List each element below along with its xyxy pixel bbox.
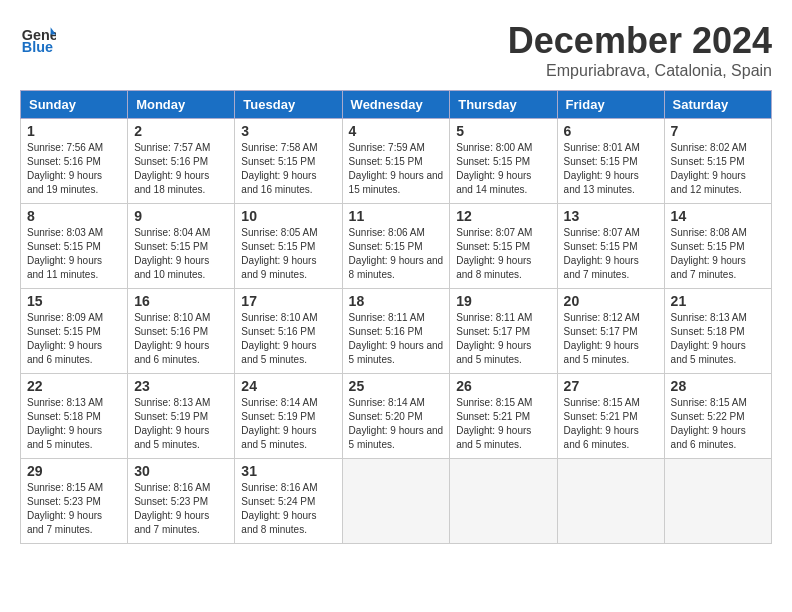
table-row: 14Sunrise: 8:08 AMSunset: 5:15 PMDayligh… xyxy=(664,204,771,289)
table-row: 17Sunrise: 8:10 AMSunset: 5:16 PMDayligh… xyxy=(235,289,342,374)
table-row: 18Sunrise: 8:11 AMSunset: 5:16 PMDayligh… xyxy=(342,289,450,374)
table-row: 26Sunrise: 8:15 AMSunset: 5:21 PMDayligh… xyxy=(450,374,557,459)
table-row xyxy=(557,459,664,544)
header-friday: Friday xyxy=(557,91,664,119)
title-section: December 2024 Empuriabrava, Catalonia, S… xyxy=(508,20,772,80)
table-row: 30Sunrise: 8:16 AMSunset: 5:23 PMDayligh… xyxy=(128,459,235,544)
table-row: 25Sunrise: 8:14 AMSunset: 5:20 PMDayligh… xyxy=(342,374,450,459)
table-row: 4Sunrise: 7:59 AMSunset: 5:15 PMDaylight… xyxy=(342,119,450,204)
weekday-header-row: Sunday Monday Tuesday Wednesday Thursday… xyxy=(21,91,772,119)
table-row: 20Sunrise: 8:12 AMSunset: 5:17 PMDayligh… xyxy=(557,289,664,374)
table-row: 1Sunrise: 7:56 AMSunset: 5:16 PMDaylight… xyxy=(21,119,128,204)
calendar-week: 22Sunrise: 8:13 AMSunset: 5:18 PMDayligh… xyxy=(21,374,772,459)
table-row: 29Sunrise: 8:15 AMSunset: 5:23 PMDayligh… xyxy=(21,459,128,544)
table-row: 31Sunrise: 8:16 AMSunset: 5:24 PMDayligh… xyxy=(235,459,342,544)
logo: General Blue xyxy=(20,20,56,56)
table-row: 12Sunrise: 8:07 AMSunset: 5:15 PMDayligh… xyxy=(450,204,557,289)
header-tuesday: Tuesday xyxy=(235,91,342,119)
table-row: 7Sunrise: 8:02 AMSunset: 5:15 PMDaylight… xyxy=(664,119,771,204)
table-row: 28Sunrise: 8:15 AMSunset: 5:22 PMDayligh… xyxy=(664,374,771,459)
location-title: Empuriabrava, Catalonia, Spain xyxy=(508,62,772,80)
table-row: 24Sunrise: 8:14 AMSunset: 5:19 PMDayligh… xyxy=(235,374,342,459)
table-row: 2Sunrise: 7:57 AMSunset: 5:16 PMDaylight… xyxy=(128,119,235,204)
table-row: 21Sunrise: 8:13 AMSunset: 5:18 PMDayligh… xyxy=(664,289,771,374)
logo-icon: General Blue xyxy=(20,20,56,56)
calendar-week: 29Sunrise: 8:15 AMSunset: 5:23 PMDayligh… xyxy=(21,459,772,544)
calendar: Sunday Monday Tuesday Wednesday Thursday… xyxy=(20,90,772,544)
table-row: 16Sunrise: 8:10 AMSunset: 5:16 PMDayligh… xyxy=(128,289,235,374)
header: General Blue December 2024 Empuriabrava,… xyxy=(20,20,772,80)
table-row: 11Sunrise: 8:06 AMSunset: 5:15 PMDayligh… xyxy=(342,204,450,289)
header-thursday: Thursday xyxy=(450,91,557,119)
table-row xyxy=(664,459,771,544)
table-row: 6Sunrise: 8:01 AMSunset: 5:15 PMDaylight… xyxy=(557,119,664,204)
header-monday: Monday xyxy=(128,91,235,119)
table-row: 13Sunrise: 8:07 AMSunset: 5:15 PMDayligh… xyxy=(557,204,664,289)
table-row: 8Sunrise: 8:03 AMSunset: 5:15 PMDaylight… xyxy=(21,204,128,289)
table-row: 27Sunrise: 8:15 AMSunset: 5:21 PMDayligh… xyxy=(557,374,664,459)
table-row xyxy=(450,459,557,544)
table-row: 23Sunrise: 8:13 AMSunset: 5:19 PMDayligh… xyxy=(128,374,235,459)
month-title: December 2024 xyxy=(508,20,772,62)
calendar-week: 15Sunrise: 8:09 AMSunset: 5:15 PMDayligh… xyxy=(21,289,772,374)
table-row: 3Sunrise: 7:58 AMSunset: 5:15 PMDaylight… xyxy=(235,119,342,204)
header-wednesday: Wednesday xyxy=(342,91,450,119)
table-row: 15Sunrise: 8:09 AMSunset: 5:15 PMDayligh… xyxy=(21,289,128,374)
calendar-week: 1Sunrise: 7:56 AMSunset: 5:16 PMDaylight… xyxy=(21,119,772,204)
svg-text:Blue: Blue xyxy=(22,39,53,55)
header-saturday: Saturday xyxy=(664,91,771,119)
calendar-week: 8Sunrise: 8:03 AMSunset: 5:15 PMDaylight… xyxy=(21,204,772,289)
table-row: 10Sunrise: 8:05 AMSunset: 5:15 PMDayligh… xyxy=(235,204,342,289)
table-row: 5Sunrise: 8:00 AMSunset: 5:15 PMDaylight… xyxy=(450,119,557,204)
header-sunday: Sunday xyxy=(21,91,128,119)
table-row: 19Sunrise: 8:11 AMSunset: 5:17 PMDayligh… xyxy=(450,289,557,374)
table-row: 22Sunrise: 8:13 AMSunset: 5:18 PMDayligh… xyxy=(21,374,128,459)
table-row: 9Sunrise: 8:04 AMSunset: 5:15 PMDaylight… xyxy=(128,204,235,289)
table-row xyxy=(342,459,450,544)
